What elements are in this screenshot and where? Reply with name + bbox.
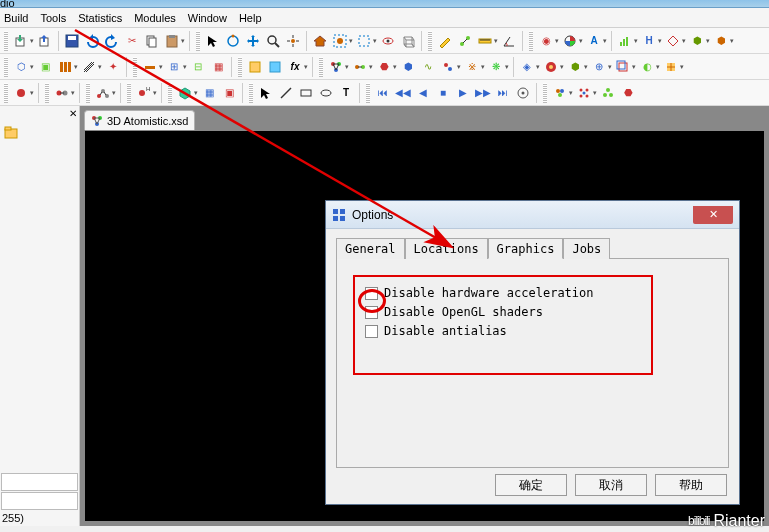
- cluster-icon[interactable]: [551, 84, 569, 102]
- menu-build[interactable]: Build: [4, 12, 28, 24]
- mol13-icon[interactable]: [614, 58, 632, 76]
- box-select-icon[interactable]: [355, 32, 373, 50]
- rect-icon[interactable]: [297, 84, 315, 102]
- style-icon[interactable]: ◉: [537, 32, 555, 50]
- play-next-icon[interactable]: ▶▶: [474, 84, 492, 102]
- panel-close-icon[interactable]: ✕: [69, 108, 77, 119]
- draw-icon[interactable]: [436, 32, 454, 50]
- toolbar-grip[interactable]: [168, 83, 172, 103]
- cluster4-icon[interactable]: ⬣: [619, 84, 637, 102]
- checkbox-disable-hw-accel[interactable]: [365, 287, 378, 300]
- mol11-icon[interactable]: ⬢: [566, 58, 584, 76]
- checkbox-disable-antialias[interactable]: [365, 325, 378, 338]
- tb3-icon[interactable]: ▦: [200, 84, 218, 102]
- tb2-icon[interactable]: ▣: [36, 58, 54, 76]
- tb2-icon[interactable]: ⊟: [189, 58, 207, 76]
- mol10-icon[interactable]: [542, 58, 560, 76]
- dialog-close-button[interactable]: ✕: [693, 206, 733, 224]
- play-stop-icon[interactable]: ■: [434, 84, 452, 102]
- export-icon[interactable]: [36, 32, 54, 50]
- atom-red-icon[interactable]: [12, 84, 30, 102]
- mol6-icon[interactable]: [439, 58, 457, 76]
- pointer2-icon[interactable]: [257, 84, 275, 102]
- center-icon[interactable]: [284, 32, 302, 50]
- side-box[interactable]: [1, 473, 78, 491]
- tb3-icon[interactable]: ▣: [220, 84, 238, 102]
- tb2-icon[interactable]: [80, 58, 98, 76]
- measure-icon[interactable]: [476, 32, 494, 50]
- play-last-icon[interactable]: ⏭: [494, 84, 512, 102]
- prop2-icon[interactable]: ⬢: [712, 32, 730, 50]
- toolbar-grip[interactable]: [238, 57, 242, 77]
- text-icon[interactable]: T: [337, 84, 355, 102]
- tb2-icon[interactable]: [56, 58, 74, 76]
- tb2-icon[interactable]: [246, 58, 264, 76]
- spin-icon[interactable]: [379, 32, 397, 50]
- mol-icon[interactable]: [327, 58, 345, 76]
- tb2-icon[interactable]: ▦: [209, 58, 227, 76]
- mol3-icon[interactable]: ⬣: [375, 58, 393, 76]
- toolbar-grip[interactable]: [45, 83, 49, 103]
- color-icon[interactable]: [561, 32, 579, 50]
- toolbar-grip[interactable]: [366, 83, 370, 103]
- line-icon[interactable]: [277, 84, 295, 102]
- tab-graphics[interactable]: Graphics: [488, 238, 564, 259]
- mol2-icon[interactable]: [351, 58, 369, 76]
- play-opts-icon[interactable]: [514, 84, 532, 102]
- paste-icon[interactable]: [163, 32, 181, 50]
- ellipse-icon[interactable]: [317, 84, 335, 102]
- toolbar-grip[interactable]: [319, 57, 323, 77]
- dialog-titlebar[interactable]: Options ✕: [326, 201, 739, 229]
- fx-icon[interactable]: fx: [286, 58, 304, 76]
- save-icon[interactable]: [63, 32, 81, 50]
- document-tab[interactable]: 3D Atomistic.xsd: [84, 110, 195, 130]
- zoom-icon[interactable]: [264, 32, 282, 50]
- atom-chain-icon[interactable]: [94, 84, 112, 102]
- poly-icon[interactable]: [176, 84, 194, 102]
- toolbar-grip[interactable]: [529, 31, 533, 51]
- tab-jobs[interactable]: Jobs: [563, 238, 610, 259]
- menu-window[interactable]: Window: [188, 12, 227, 24]
- mol8-icon[interactable]: ❋: [487, 58, 505, 76]
- atom-pair-icon[interactable]: [53, 84, 71, 102]
- prop-icon[interactable]: ⬢: [688, 32, 706, 50]
- toolbar-grip[interactable]: [4, 31, 8, 51]
- analysis-icon[interactable]: [616, 32, 634, 50]
- toolbar-grip[interactable]: [127, 83, 131, 103]
- tb2-icon[interactable]: ⬡: [12, 58, 30, 76]
- redo-icon[interactable]: [103, 32, 121, 50]
- home-icon[interactable]: [311, 32, 329, 50]
- toolbar-grip[interactable]: [196, 31, 200, 51]
- play-fwd-icon[interactable]: ▶: [454, 84, 472, 102]
- symmetry-icon[interactable]: [664, 32, 682, 50]
- mol5-icon[interactable]: ∿: [419, 58, 437, 76]
- tab-general[interactable]: General: [336, 238, 405, 259]
- import-icon[interactable]: [12, 32, 30, 50]
- mol14-icon[interactable]: ◐: [638, 58, 656, 76]
- ok-button[interactable]: 确定: [495, 474, 567, 496]
- toolbar-grip[interactable]: [4, 83, 8, 103]
- pointer-icon[interactable]: [204, 32, 222, 50]
- label-icon[interactable]: A: [585, 32, 603, 50]
- checkbox-disable-shaders[interactable]: [365, 306, 378, 319]
- wireframe-icon[interactable]: [399, 32, 417, 50]
- menu-tools[interactable]: Tools: [40, 12, 66, 24]
- undo-icon[interactable]: [83, 32, 101, 50]
- menu-modules[interactable]: Modules: [134, 12, 176, 24]
- toolbar-grip[interactable]: [543, 83, 547, 103]
- side-box[interactable]: [1, 492, 78, 510]
- toolbar-grip[interactable]: [249, 83, 253, 103]
- tb2-icon[interactable]: [266, 58, 284, 76]
- mol9-icon[interactable]: ◈: [518, 58, 536, 76]
- pan-icon[interactable]: [244, 32, 262, 50]
- menu-statistics[interactable]: Statistics: [78, 12, 122, 24]
- angle-icon[interactable]: [500, 32, 518, 50]
- play-prev-icon[interactable]: ◀◀: [394, 84, 412, 102]
- tb2-icon[interactable]: ✦: [104, 58, 122, 76]
- toolbar-grip[interactable]: [428, 31, 432, 51]
- mol12-icon[interactable]: ⊕: [590, 58, 608, 76]
- bond-icon[interactable]: [456, 32, 474, 50]
- hbond-icon[interactable]: H: [640, 32, 658, 50]
- h-atom-icon[interactable]: H: [135, 84, 153, 102]
- cluster2-icon[interactable]: [575, 84, 593, 102]
